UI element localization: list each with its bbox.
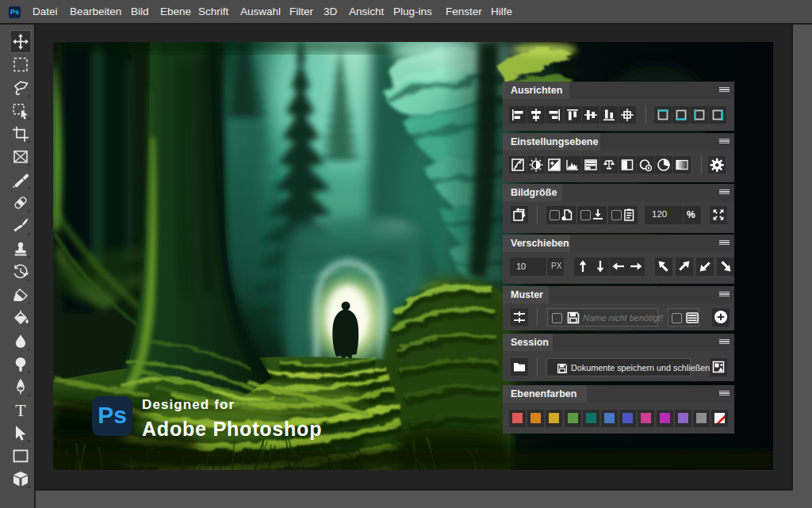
svg-text:T: T xyxy=(15,400,26,420)
